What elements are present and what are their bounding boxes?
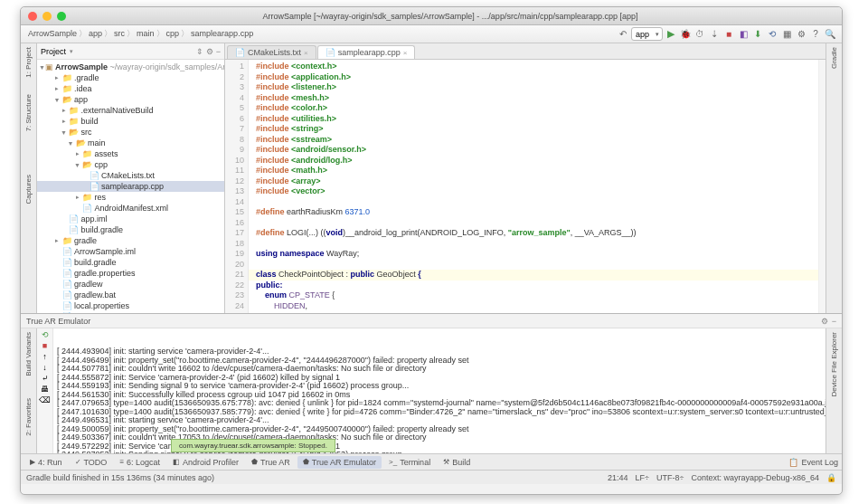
editor-tab[interactable]: 📄samplearapp.cpp× (317, 45, 416, 59)
sync-icon[interactable]: ⟲ (766, 28, 778, 41)
tree-item[interactable]: ▸📁gradle (37, 235, 224, 246)
stop-icon[interactable]: ■ (722, 28, 735, 41)
bottom-tab[interactable]: ▶4: Run (24, 456, 68, 469)
bottom-tab[interactable]: >_Terminal (383, 456, 436, 469)
right-gutter-bottom: Device File Explorer (826, 328, 842, 453)
tool-project[interactable]: 1: Project (24, 47, 33, 78)
close-tab-icon[interactable]: × (403, 49, 408, 57)
minimize-icon[interactable] (42, 12, 52, 21)
profile-icon[interactable]: ⏱ (693, 28, 706, 41)
bottom-tabs: ▶4: Run✓TODO≡6: Logcat◧Android Profiler⬟… (21, 453, 842, 470)
line-gutter: 1234567891011121314151617181920212223242… (225, 60, 249, 313)
ide-window: ArrowSample [~/wayray-origin/sdk_samples… (20, 6, 843, 495)
run-icon[interactable]: ▶ (665, 28, 677, 41)
tree-item[interactable]: 📄ArrowSample.iml (37, 246, 224, 257)
toolbar: ↶ app ▶ 🐞 ⏱ ⇣ ■ ◧ ⬇ ⟲ ▦ ⚙ ? 🔍 (617, 27, 836, 41)
tree-item[interactable]: 📄CMakeLists.txt (37, 170, 224, 181)
tree-item[interactable]: ▼📂src (37, 127, 224, 138)
structure-icon[interactable]: ▦ (780, 28, 793, 41)
tree-root[interactable]: ▼▣ArrowSample ~/wayray-origin/sdk_sample… (37, 62, 224, 72)
project-tree[interactable]: ▼▣ArrowSample ~/wayray-origin/sdk_sample… (37, 60, 224, 313)
up-icon[interactable]: ↑ (42, 352, 47, 361)
error-stripe[interactable] (818, 60, 826, 313)
tool-gradle[interactable]: Gradle (830, 47, 838, 69)
bottom-tab[interactable]: ⬟True AR Emulator (297, 456, 382, 469)
tree-item[interactable]: 📄settings.gradle (37, 311, 224, 313)
rerun-icon[interactable]: ⟲ (42, 330, 49, 339)
wrap-icon[interactable]: ⤶ (42, 374, 49, 383)
gear-icon[interactable]: ⚙ (206, 47, 213, 56)
sdk-icon[interactable]: ⬇ (751, 28, 764, 41)
bottom-tab[interactable]: ◧Android Profiler (167, 456, 244, 469)
project-view-select[interactable]: Project (41, 47, 66, 56)
context[interactable]: Context: wayrayapp-Debug-x86_64 (691, 473, 819, 482)
caret-pos[interactable]: 21:44 (608, 473, 628, 482)
bottom-tab[interactable]: ✓TODO (70, 456, 113, 469)
tree-item[interactable]: 📄gradlew (37, 279, 224, 290)
tree-item[interactable]: 📄gradlew.bat (37, 290, 224, 300)
hide-icon[interactable]: − (216, 47, 221, 56)
collapse-icon[interactable]: ⇕ (196, 47, 203, 56)
line-sep[interactable]: LF÷ (636, 473, 649, 482)
code-editor[interactable]: #include <context.h> #include <applicati… (249, 60, 818, 313)
tree-item[interactable]: ▼📂cpp (37, 159, 224, 170)
close-icon[interactable] (28, 12, 37, 21)
tree-item[interactable]: 📄AndroidManifest.xml (37, 203, 224, 214)
tool-favorites[interactable]: 2: Favorites (24, 398, 33, 436)
console-toolbar: ⟲ ■ ↑ ↓ ⤶ 🖶 ⌫ (37, 328, 53, 453)
window-title: ArrowSample [~/wayray-origin/sdk_samples… (66, 12, 835, 21)
tree-item[interactable]: 📄gradle.properties (37, 268, 224, 279)
tool-structure[interactable]: 7: Structure (24, 94, 33, 131)
breadcrumb-item[interactable]: app (87, 29, 104, 38)
bottom-tab[interactable]: ⚒Build (438, 456, 476, 469)
tree-item[interactable]: 📄build.gradle (37, 224, 224, 235)
bottom-tab[interactable]: ≡6: Logcat (114, 456, 165, 469)
editor-tab[interactable]: 📄CMakeLists.txt× (227, 45, 316, 59)
tree-item[interactable]: ▸📁build (37, 116, 224, 127)
left-tool-gutter: 1: Project 7: Structure Captures (21, 43, 37, 313)
tree-item[interactable]: 📄build.gradle (37, 257, 224, 268)
tree-item[interactable]: ▸📁.gradle (37, 72, 224, 83)
tree-item[interactable]: ▸📁.externalNativeBuild (37, 105, 224, 116)
breadcrumb-item[interactable]: main (135, 29, 156, 38)
down-icon[interactable]: ↓ (42, 363, 47, 372)
avd-icon[interactable]: ◧ (737, 28, 750, 41)
tree-item[interactable]: 📄samplearapp.cpp (37, 181, 224, 192)
project-pane: Project ▾ ⇕ ⚙ − ▼▣ArrowSample ~/wayray-o… (37, 43, 225, 313)
event-log-button[interactable]: 📋Event Log (788, 458, 838, 467)
debug-icon[interactable]: 🐞 (679, 28, 692, 41)
console-output[interactable]: [ 2444.493904] init: starting service 'c… (53, 328, 826, 453)
print-icon[interactable]: 🖶 (41, 385, 49, 394)
breadcrumb-item[interactable]: ArrowSample (26, 29, 79, 38)
bottom-pane: True AR Emulator ⚙ − Build Variants 2: F… (21, 313, 842, 453)
stop-icon[interactable]: ■ (42, 341, 47, 350)
tree-item[interactable]: ▸📁assets (37, 148, 224, 159)
back-icon[interactable]: ↶ (617, 28, 629, 41)
run-config-select[interactable]: app (631, 27, 663, 41)
tree-item[interactable]: 📄local.properties (37, 300, 224, 311)
tool-captures[interactable]: Captures (24, 175, 33, 204)
breadcrumb-item[interactable]: cpp (165, 29, 182, 38)
tree-item[interactable]: ▼📂app (37, 94, 224, 105)
tree-item[interactable]: ▸📁res (37, 192, 224, 203)
help-icon[interactable]: ? (809, 28, 822, 41)
minimize-icon[interactable]: − (832, 317, 836, 326)
search-icon[interactable]: 🔍 (824, 28, 836, 41)
clear-icon[interactable]: ⌫ (39, 395, 51, 404)
zoom-icon[interactable] (57, 12, 66, 21)
breadcrumb-item[interactable]: src (112, 29, 127, 38)
tree-item[interactable]: ▼📂main (37, 138, 224, 148)
close-tab-icon[interactable]: × (304, 49, 308, 57)
encoding[interactable]: UTF-8÷ (656, 473, 684, 482)
attach-icon[interactable]: ⇣ (708, 28, 721, 41)
breadcrumb-item[interactable]: samplearapp.cpp (189, 29, 255, 38)
bottom-tab[interactable]: ⬟True AR (246, 456, 296, 469)
lock-icon[interactable]: 🔒 (826, 473, 836, 482)
tool-build-variants[interactable]: Build Variants (24, 332, 33, 376)
tree-item[interactable]: ▸📁.idea (37, 83, 224, 94)
tool-device-explorer[interactable]: Device File Explorer (830, 332, 838, 397)
settings-icon[interactable]: ⚙ (821, 317, 828, 326)
settings-icon[interactable]: ⚙ (795, 28, 807, 41)
tree-item[interactable]: 📄app.iml (37, 214, 224, 224)
navbar: ArrowSample〉app〉src〉main〉cpp〉samplearapp… (21, 25, 842, 43)
